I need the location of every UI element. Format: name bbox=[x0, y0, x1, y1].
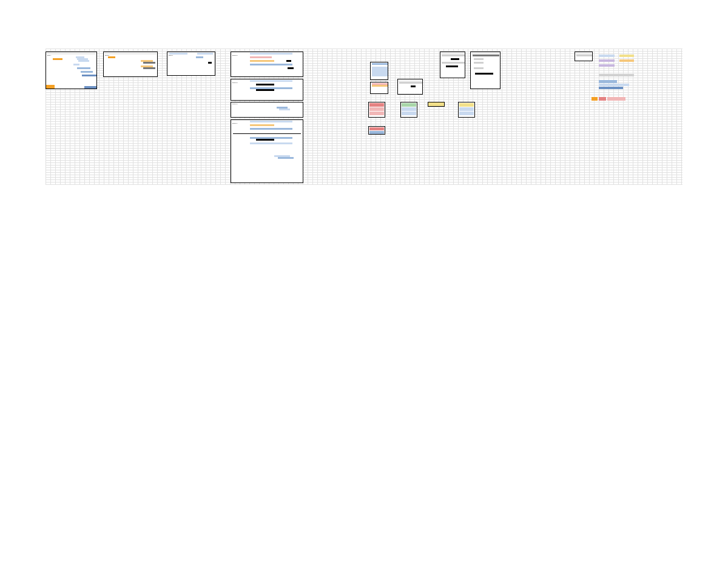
legend-label: · bbox=[628, 97, 629, 98]
legend-swatch bbox=[599, 64, 615, 67]
row-label: Block D-2 bbox=[232, 82, 238, 83]
legend-swatch bbox=[592, 97, 598, 101]
loose-text: · · · bbox=[308, 65, 309, 67]
loose-text: · bbox=[659, 74, 660, 75]
spreadsheet-canvas[interactable]: · · · · · · · · Block A Block B · · · bbox=[46, 49, 682, 185]
legend-swatch bbox=[619, 55, 634, 57]
loose-text: · · bbox=[536, 53, 537, 55]
legend-swatch bbox=[599, 59, 615, 62]
panel-d2[interactable]: Block D-2 bbox=[231, 79, 303, 101]
legend-label: · bbox=[636, 74, 637, 75]
mini-card[interactable] bbox=[458, 102, 475, 118]
row-label: Block B bbox=[104, 55, 109, 56]
legend-swatch bbox=[607, 97, 625, 101]
legend-swatch bbox=[599, 74, 634, 76]
loose-text: · · · bbox=[536, 57, 538, 58]
legend-label: · bbox=[636, 59, 637, 61]
row-label: Block D-1 bbox=[232, 55, 238, 56]
panel-g[interactable] bbox=[470, 52, 500, 89]
loose-text: · · bbox=[536, 61, 537, 62]
loose-text: · · · bbox=[308, 53, 309, 55]
row-label: Block A bbox=[47, 55, 52, 56]
loose-text: · · bbox=[308, 87, 309, 89]
panel-e1[interactable] bbox=[370, 62, 388, 80]
legend-swatch bbox=[619, 59, 634, 62]
legend-swatch bbox=[599, 97, 606, 101]
header-text: · bbox=[246, 47, 246, 49]
loose-text: · · bbox=[308, 158, 309, 159]
loose-text: · · · bbox=[308, 165, 309, 166]
panel-f[interactable] bbox=[440, 52, 465, 78]
header-text: · bbox=[543, 47, 544, 49]
loose-text: · bbox=[390, 129, 391, 130]
row-label: Block D-4 bbox=[232, 122, 238, 124]
loose-text: · · · bbox=[308, 130, 309, 131]
legend-label: · · · · bbox=[599, 92, 601, 93]
legend-swatch bbox=[599, 87, 623, 89]
loose-text: · · · · · bbox=[105, 86, 108, 87]
row-label: Block C bbox=[168, 55, 173, 56]
panel-d4[interactable]: Block D-4 bbox=[231, 119, 303, 183]
legend-label: · · bbox=[628, 69, 629, 70]
legend-swatch bbox=[599, 55, 615, 57]
panel-h[interactable] bbox=[575, 52, 593, 61]
corner-marker bbox=[46, 85, 55, 89]
loose-text: · · bbox=[373, 57, 374, 58]
loose-text: · · bbox=[308, 125, 309, 126]
row-label: Block D-3 bbox=[232, 103, 238, 104]
loose-text: · · · bbox=[308, 75, 309, 76]
panel-e3[interactable] bbox=[397, 79, 423, 95]
loose-text: · · · bbox=[105, 80, 107, 81]
loose-text: · · bbox=[308, 139, 309, 141]
header-text: · bbox=[52, 47, 52, 49]
header-text: · bbox=[118, 47, 119, 49]
mini-card[interactable] bbox=[428, 102, 445, 107]
legend-swatch bbox=[599, 80, 617, 83]
mini-card[interactable] bbox=[368, 126, 385, 135]
loose-text: · · bbox=[308, 150, 309, 152]
loose-text: · · bbox=[373, 53, 374, 55]
header-text: · bbox=[452, 47, 453, 49]
legend-label: · bbox=[633, 84, 633, 85]
legend-header: · · · · · bbox=[599, 50, 602, 52]
loose-text: · · · bbox=[308, 57, 309, 58]
loose-text: · · bbox=[105, 82, 106, 84]
header-text: · bbox=[598, 47, 598, 49]
panel-c[interactable]: Block C bbox=[167, 52, 215, 76]
mini-card[interactable] bbox=[368, 102, 385, 118]
loose-text: · · bbox=[308, 70, 309, 72]
legend-label: · · · bbox=[599, 69, 601, 70]
loose-text: · · · bbox=[308, 82, 309, 84]
legend-swatch bbox=[599, 84, 629, 86]
loose-text: · · bbox=[308, 61, 309, 62]
corner-marker bbox=[84, 86, 96, 89]
header-text: · bbox=[318, 47, 319, 49]
panel-d3[interactable]: Block D-3 bbox=[231, 102, 303, 118]
loose-text: · · · bbox=[308, 120, 309, 121]
panel-d1[interactable]: Block D-1 bbox=[231, 52, 303, 77]
panel-e2[interactable] bbox=[370, 82, 388, 94]
loose-text: · · · bbox=[536, 65, 538, 67]
legend-label: · bbox=[636, 64, 637, 65]
header-text: · bbox=[185, 47, 186, 49]
panel-a[interactable]: Block A bbox=[46, 52, 97, 89]
panel-b[interactable]: Block B bbox=[103, 52, 158, 77]
legend-label: · bbox=[636, 55, 637, 56]
mini-card[interactable] bbox=[400, 102, 417, 118]
